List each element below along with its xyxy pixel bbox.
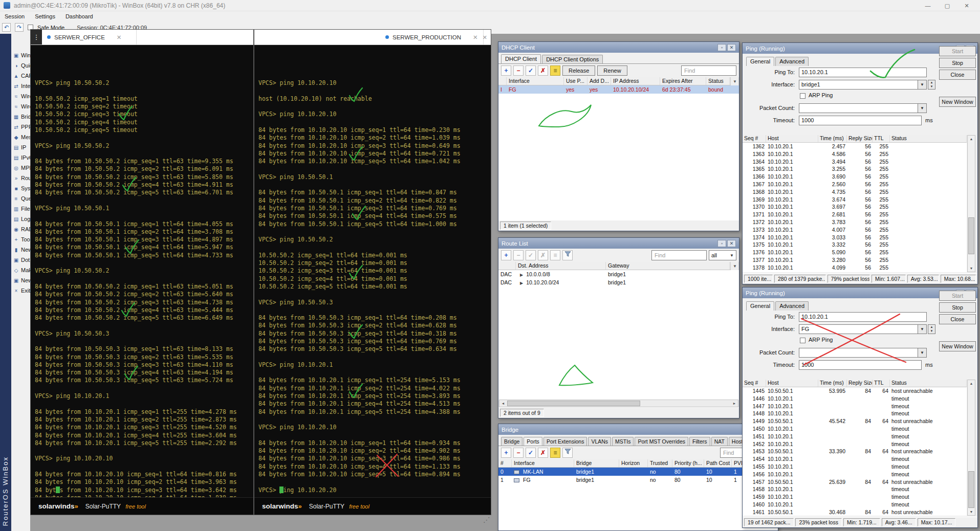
- ping-row[interactable]: 1368 10.10.20.1 4.735 56 255: [743, 188, 967, 196]
- enable-button[interactable]: ✓: [526, 250, 536, 260]
- ping-row[interactable]: 1455 10.10.20.1 timeout: [743, 463, 967, 471]
- tab-bridge[interactable]: Bridge: [501, 437, 522, 446]
- sidebar-item[interactable]: ⇄ Interfaces: [11, 81, 30, 91]
- tab-vlans[interactable]: VLANs: [588, 437, 611, 446]
- maximize-button[interactable]: ▢: [938, 0, 957, 11]
- scroll-up-icon[interactable]: ▲: [968, 136, 975, 142]
- close-button[interactable]: ✕: [957, 0, 976, 11]
- sidebar-item[interactable]: ▮ New Terminal: [11, 245, 30, 255]
- ping-row[interactable]: 1448 10.10.20.1 timeout: [743, 410, 967, 417]
- close-button[interactable]: Close: [939, 314, 976, 324]
- ping-row[interactable]: 1367 10.10.20.1 2.560 56 255: [743, 181, 967, 188]
- os-titlebar[interactable]: admin@0C:4E:41:72:00:09 (MikroTik) - Win…: [0, 0, 980, 11]
- sidebar-item[interactable]: ≈ WireGuard: [11, 101, 30, 112]
- window-titlebar[interactable]: DHCP Client ▫ ✕: [498, 42, 739, 53]
- route-row[interactable]: DAC ▶10.0.0.0/8 bridge1: [498, 270, 739, 278]
- interface-stepper[interactable]: ▲▼: [928, 80, 935, 90]
- enable-button[interactable]: ✓: [526, 448, 536, 458]
- start-button[interactable]: Start: [939, 291, 976, 301]
- ping-row[interactable]: 1363 10.10.20.1 4.586 56 255: [743, 150, 967, 158]
- remove-button[interactable]: −: [513, 250, 524, 260]
- ping-row[interactable]: 1378 10.10.20.1 4.099 56 255: [743, 264, 967, 272]
- scroll-down-icon[interactable]: ▼: [968, 508, 975, 515]
- dhcp-column-headers[interactable]: Interface Use P... Add D... IP Address E…: [498, 77, 739, 85]
- filter-icon[interactable]: [562, 250, 573, 260]
- sidebar-item[interactable]: × Exit: [11, 285, 30, 296]
- tab-mstis[interactable]: MSTIs: [612, 437, 634, 446]
- release-button[interactable]: Release: [562, 65, 595, 76]
- tab-dhcp-client[interactable]: DHCP Client: [501, 54, 541, 63]
- sidebar-item[interactable]: ▦ Bridge: [11, 112, 30, 122]
- tab-nat[interactable]: NAT: [711, 437, 728, 446]
- ping-row[interactable]: 1449 10.50.50.1 45.542 84 64 host unreac…: [743, 417, 967, 425]
- ping-row[interactable]: 1369 10.10.20.1 3.674 56 255: [743, 196, 967, 204]
- sidebar-item[interactable]: ◎ MPLS: [11, 163, 30, 173]
- scrollbar-thumb[interactable]: [968, 217, 974, 254]
- new-window-button[interactable]: New Window: [939, 341, 976, 351]
- ping-row[interactable]: 1447 10.10.20.1 timeout: [743, 403, 967, 410]
- tab-dhcp-client-options[interactable]: DHCP Client Options: [542, 55, 603, 63]
- ping-row[interactable]: 1377 10.10.20.1 3.280 56 255: [743, 256, 967, 264]
- filter-icon[interactable]: [562, 448, 573, 458]
- ping-row[interactable]: 1457 10.50.50.1 25.639 84 64 host unreac…: [743, 478, 967, 486]
- disable-button[interactable]: ✗: [538, 65, 548, 76]
- ping-row[interactable]: 1460 10.10.20.1 timeout: [743, 501, 967, 508]
- ping-to-input[interactable]: 10.10.20.1: [799, 312, 927, 322]
- sidebar-item[interactable]: ≡ Queues: [11, 193, 30, 204]
- window-close-button[interactable]: ✕: [727, 240, 736, 247]
- route-row[interactable]: DAC ▶10.10.20.0/24 bridge1: [498, 278, 739, 286]
- add-button[interactable]: +: [501, 65, 511, 76]
- interface-select[interactable]: bridge1: [799, 80, 918, 90]
- ping-row[interactable]: 1461 10.50.50.1 30.468 84 64 host unreac…: [743, 508, 967, 516]
- new-window-button[interactable]: New Window: [939, 97, 976, 107]
- interface-stepper[interactable]: ▲▼: [928, 324, 935, 334]
- close-button[interactable]: Close: [939, 70, 976, 80]
- ping-row[interactable]: 1371 10.10.20.1 2.681 56 255: [743, 211, 967, 218]
- sidebar-item[interactable]: ⇄ PPP: [11, 122, 30, 132]
- terminal-output[interactable]: VPCS> ping 10.10.20.10host (10.10.20.10)…: [254, 45, 491, 497]
- ping-row[interactable]: 1376 10.10.20.1 5.090 56 255: [743, 249, 967, 256]
- find-input[interactable]: Find: [681, 65, 736, 76]
- chevron-down-icon[interactable]: ▼: [918, 348, 927, 358]
- tab-filters[interactable]: Filters: [689, 437, 710, 446]
- sidebar-item[interactable]: ◑ Quick Set: [11, 60, 30, 71]
- menu-session[interactable]: Session: [5, 13, 25, 19]
- scroll-up-icon[interactable]: ▲: [968, 380, 975, 387]
- enable-button[interactable]: ✓: [526, 65, 536, 76]
- ping-row[interactable]: 1364 10.10.20.1 3.494 56 255: [743, 158, 967, 166]
- chevron-down-icon[interactable]: ▼: [918, 103, 927, 113]
- sidebar-item-windows[interactable]: ▣ Windows: [11, 50, 30, 60]
- tab-advanced[interactable]: Advanced: [775, 301, 809, 311]
- sidebar-item[interactable]: ▥ Files: [11, 204, 30, 214]
- stop-button[interactable]: Stop: [939, 58, 976, 68]
- sidebar-item[interactable]: ◇ Make Supout.rif: [11, 265, 30, 275]
- filter-select[interactable]: all▼: [709, 250, 736, 260]
- column-select-dropdown[interactable]: ▼: [730, 77, 739, 85]
- find-input[interactable]: Find: [651, 250, 707, 260]
- ping-row[interactable]: 1458 10.10.20.1 timeout: [743, 485, 967, 493]
- resize-grip[interactable]: ⋰: [483, 516, 490, 524]
- window-titlebar[interactable]: Bridge ▫ ✕: [498, 424, 778, 435]
- undo-button[interactable]: ↶: [2, 23, 11, 32]
- ping-row[interactable]: 1366 10.10.20.1 3.690 56 255: [743, 173, 967, 181]
- route-column-headers[interactable]: Dst. Address Gateway ▼: [498, 262, 739, 270]
- ping-row[interactable]: 1372 10.10.20.1 3.783 56 255: [743, 218, 967, 226]
- window-restore-button[interactable]: ▫: [717, 44, 726, 51]
- redo-button[interactable]: ↷: [15, 23, 24, 32]
- sidebar-item[interactable]: + Tools: [11, 234, 30, 245]
- disable-button[interactable]: ✗: [538, 448, 548, 458]
- minimize-button[interactable]: —: [918, 0, 938, 11]
- tab-general[interactable]: General: [746, 57, 774, 66]
- scrollbar-thumb[interactable]: [968, 471, 974, 508]
- window-titlebar[interactable]: Route List ▫ ✕: [498, 238, 739, 249]
- ping-column-headers[interactable]: Seq # Host Time (ms) Reply Size TTL Stat…: [743, 135, 967, 143]
- ping-row[interactable]: 1452 10.10.20.1 timeout: [743, 440, 967, 448]
- window-restore-button[interactable]: ▫: [717, 240, 726, 247]
- ping-row[interactable]: 1370 10.10.20.1 3.697 56 255: [743, 203, 967, 211]
- interface-select[interactable]: FG: [799, 324, 918, 334]
- tab-ports[interactable]: Ports: [524, 437, 542, 446]
- vertical-scrollbar[interactable]: ▲ ▼: [967, 380, 975, 516]
- menu-settings[interactable]: Settings: [35, 13, 55, 19]
- renew-button[interactable]: Renew: [597, 65, 627, 76]
- ping-row[interactable]: 1454 10.10.20.1 timeout: [743, 455, 967, 463]
